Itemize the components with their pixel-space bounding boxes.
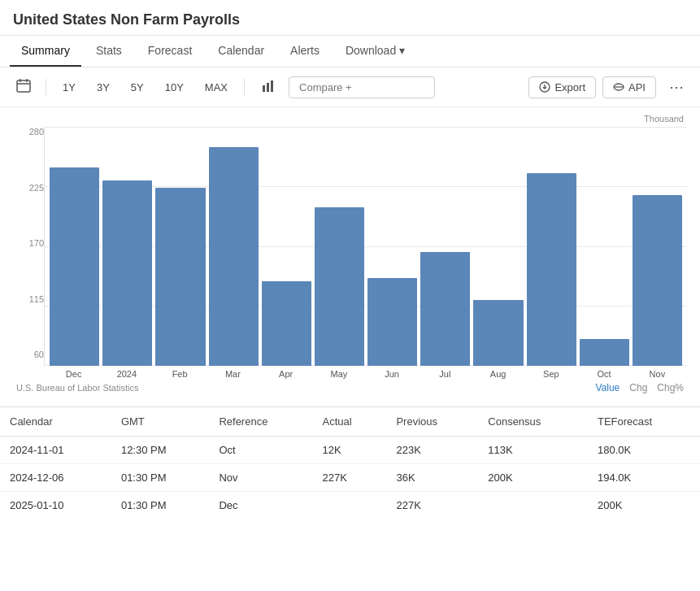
calendar-icon-btn[interactable] bbox=[10, 74, 37, 100]
x-labels: Dec2024FebMarAprMayJunJulAugSepOctNov bbox=[44, 366, 687, 379]
bar bbox=[50, 167, 99, 366]
table-cell: 194.0K bbox=[588, 464, 700, 492]
bar-col[interactable] bbox=[420, 127, 470, 366]
legend-chg-btn[interactable]: Chg bbox=[629, 382, 647, 393]
x-label: Aug bbox=[473, 369, 523, 379]
bar-chart-icon bbox=[261, 79, 276, 93]
calendar-icon bbox=[16, 78, 31, 93]
col-consensus: Consensus bbox=[478, 407, 588, 437]
bar-col[interactable] bbox=[50, 127, 99, 366]
table-cell: 12K bbox=[312, 437, 386, 464]
x-label: Nov bbox=[633, 369, 682, 379]
x-label: Sep bbox=[526, 369, 576, 379]
chart-source: U.S. Bureau of Labor Statistics bbox=[16, 383, 138, 393]
table-section: Calendar GMT Reference Actual Previous C… bbox=[0, 406, 700, 519]
bar bbox=[580, 339, 629, 366]
svg-rect-0 bbox=[17, 80, 30, 92]
table-cell: 227K bbox=[386, 492, 478, 519]
data-table: Calendar GMT Reference Actual Previous C… bbox=[0, 407, 700, 519]
x-label: Dec bbox=[49, 369, 98, 379]
tab-download[interactable]: Download ▾ bbox=[334, 36, 416, 67]
legend-value-btn[interactable]: Value bbox=[595, 382, 620, 393]
table-cell: Oct bbox=[209, 437, 312, 464]
col-calendar: Calendar bbox=[0, 407, 111, 437]
range-10y-btn[interactable]: 10Y bbox=[157, 77, 192, 98]
bar-col[interactable] bbox=[633, 127, 682, 366]
table-cell: 01:30 PM bbox=[111, 492, 210, 519]
divider bbox=[46, 79, 46, 95]
legend-buttons: Value Chg Chg% bbox=[595, 382, 684, 393]
bar bbox=[473, 300, 523, 366]
bar-col[interactable] bbox=[473, 127, 523, 366]
y-label-170: 170 bbox=[13, 238, 44, 248]
x-label: May bbox=[314, 369, 363, 379]
bar-col[interactable] bbox=[262, 127, 311, 366]
export-button[interactable]: Export bbox=[528, 76, 596, 98]
bar-col[interactable] bbox=[580, 127, 629, 366]
bars-row bbox=[45, 127, 687, 366]
tab-stats[interactable]: Stats bbox=[85, 36, 133, 67]
y-label-280: 280 bbox=[13, 127, 44, 137]
table-cell: 200K bbox=[588, 492, 700, 519]
bar-col[interactable] bbox=[155, 127, 205, 366]
table-cell: 223K bbox=[386, 437, 478, 464]
compare-input[interactable] bbox=[289, 76, 435, 98]
col-previous: Previous bbox=[386, 407, 478, 437]
bar bbox=[209, 147, 259, 366]
tab-forecast[interactable]: Forecast bbox=[137, 36, 203, 67]
chart-type-btn[interactable] bbox=[253, 75, 284, 100]
y-label-225: 225 bbox=[13, 183, 44, 193]
bars-grid bbox=[44, 127, 687, 366]
table-cell: 200K bbox=[478, 464, 588, 492]
bar-col[interactable] bbox=[367, 127, 417, 366]
chart-footer: U.S. Bureau of Labor Statistics Value Ch… bbox=[13, 379, 687, 400]
y-axis: 280 225 170 115 60 bbox=[13, 127, 44, 379]
toolbar: 1Y 3Y 5Y 10Y MAX Export API ⋯ bbox=[0, 67, 700, 107]
table-cell: Nov bbox=[209, 464, 312, 492]
range-5y-btn[interactable]: 5Y bbox=[123, 77, 152, 98]
api-button[interactable]: API bbox=[602, 76, 656, 98]
table-cell: 2024-11-01 bbox=[0, 437, 111, 464]
range-3y-btn[interactable]: 3Y bbox=[89, 77, 118, 98]
bar bbox=[262, 281, 311, 366]
x-label: Jun bbox=[367, 369, 417, 379]
bar-col[interactable] bbox=[102, 127, 152, 366]
table-header-row: Calendar GMT Reference Actual Previous C… bbox=[0, 407, 700, 437]
col-gmt: GMT bbox=[111, 407, 210, 437]
range-max-btn[interactable]: MAX bbox=[197, 77, 236, 98]
tab-calendar[interactable]: Calendar bbox=[207, 36, 276, 67]
x-label: Oct bbox=[580, 369, 629, 379]
bar bbox=[633, 195, 682, 366]
legend-chgpct-btn[interactable]: Chg% bbox=[657, 382, 684, 393]
toolbar-right: Export API ⋯ bbox=[528, 74, 690, 100]
x-label: Jul bbox=[420, 369, 470, 379]
tab-summary[interactable]: Summary bbox=[10, 36, 81, 67]
tab-alerts[interactable]: Alerts bbox=[279, 36, 331, 67]
table-cell: Dec bbox=[209, 492, 312, 519]
bar bbox=[527, 173, 576, 366]
table-cell: 113K bbox=[478, 437, 588, 464]
svg-rect-4 bbox=[263, 85, 265, 92]
bar bbox=[102, 180, 152, 366]
more-options-btn[interactable]: ⋯ bbox=[663, 74, 690, 100]
svg-rect-5 bbox=[267, 83, 269, 92]
range-1y-btn[interactable]: 1Y bbox=[54, 77, 84, 98]
table-row: 2025-01-1001:30 PMDec227K200K bbox=[0, 492, 700, 519]
table-cell: 2025-01-10 bbox=[0, 492, 111, 519]
bar-col[interactable] bbox=[527, 127, 576, 366]
nav-tabs: Summary Stats Forecast Calendar Alerts D… bbox=[0, 36, 700, 67]
col-teforecast: TEForecast bbox=[588, 407, 700, 437]
y-label-60: 60 bbox=[13, 350, 44, 359]
table-cell: 2024-12-06 bbox=[0, 464, 111, 492]
table-cell: 01:30 PM bbox=[111, 464, 210, 492]
table-cell: 36K bbox=[386, 464, 478, 492]
x-label: Feb bbox=[155, 369, 205, 379]
table-cell bbox=[478, 492, 588, 519]
x-label: 2024 bbox=[102, 369, 151, 379]
bars-wrapper: Dec2024FebMarAprMayJunJulAugSepOctNov bbox=[44, 127, 687, 379]
export-icon bbox=[539, 81, 550, 93]
table-cell: 12:30 PM bbox=[111, 437, 210, 464]
bar-col[interactable] bbox=[209, 127, 259, 366]
bar-col[interactable] bbox=[315, 127, 364, 366]
x-label: Apr bbox=[261, 369, 311, 379]
